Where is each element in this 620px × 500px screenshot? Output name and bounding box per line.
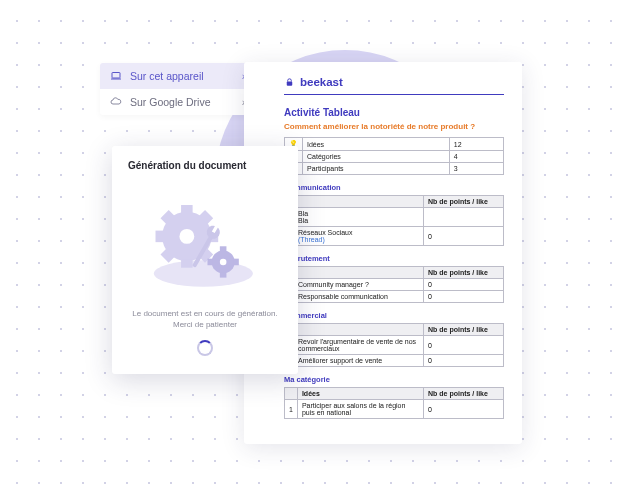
svg-line-12 xyxy=(165,253,171,259)
brand-underline xyxy=(284,94,504,95)
table-row: Community manager ?0 xyxy=(285,279,504,291)
svg-line-11 xyxy=(203,253,209,259)
brand-name: beekast xyxy=(300,76,343,88)
table-row: Nb de points / like xyxy=(285,196,504,208)
ideas-table: Nb de points / likeRevoir l'argumentaire… xyxy=(284,323,504,367)
table-row: Améliorer support de vente0 xyxy=(285,355,504,367)
table-row: Bla Bla xyxy=(285,208,504,227)
export-menu: Sur cet appareil › Sur Google Drive › xyxy=(100,63,255,115)
table-row: Revoir l'argumentaire de vente de nos co… xyxy=(285,336,504,355)
generating-modal: Génération du document xyxy=(112,146,298,374)
lock-icon xyxy=(284,77,295,88)
export-drive-label: Sur Google Drive xyxy=(130,96,211,108)
category-heading: Commercial xyxy=(284,311,504,320)
category-heading: Recrutement xyxy=(284,254,504,263)
table-row: 1Participer aux salons de la région puis… xyxy=(285,400,504,419)
brand-header: beekast xyxy=(284,76,504,88)
export-google-drive[interactable]: Sur Google Drive › xyxy=(100,89,255,115)
ideas-table: Nb de points / likeBla BlaRéseaux Sociau… xyxy=(284,195,504,246)
svg-line-10 xyxy=(165,214,171,220)
cloud-icon xyxy=(110,96,122,108)
activity-question: Comment améliorer la notoriété de notre … xyxy=(284,122,504,131)
activity-title: Activité Tableau xyxy=(284,107,504,118)
category-heading: Communication xyxy=(284,183,504,192)
table-row: Catégories4 xyxy=(285,151,504,163)
table-row: Nb de points / like xyxy=(285,324,504,336)
export-on-device[interactable]: Sur cet appareil › xyxy=(100,63,255,89)
svg-rect-1 xyxy=(111,79,121,80)
svg-rect-0 xyxy=(112,73,120,79)
ideas-table: IdéesNb de points / like1Participer aux … xyxy=(284,387,504,419)
table-row: Réseaux Sociaux(Thread)0 xyxy=(285,227,504,246)
table-row: Participants3 xyxy=(285,163,504,175)
table-row: 💡Idées12 xyxy=(285,138,504,151)
thread-link[interactable]: (Thread) xyxy=(298,236,419,243)
export-device-label: Sur cet appareil xyxy=(130,70,204,82)
svg-rect-2 xyxy=(287,81,293,85)
table-row: IdéesNb de points / like xyxy=(285,388,504,400)
svg-point-15 xyxy=(220,258,227,265)
svg-point-5 xyxy=(179,229,194,244)
table-row: Nb de points / like xyxy=(285,267,504,279)
summary-table: 💡Idées12 Catégories4 Participants3 xyxy=(284,137,504,175)
ideas-table: Nb de points / likeCommunity manager ?0R… xyxy=(284,266,504,303)
category-heading: Ma catégorie xyxy=(284,375,504,384)
spinner-icon xyxy=(197,340,213,356)
gear-illustration xyxy=(128,177,282,304)
table-row: Responsable communication0 xyxy=(285,291,504,303)
modal-title: Génération du document xyxy=(128,160,282,171)
laptop-icon xyxy=(110,70,122,82)
modal-message: Le document est en cours de génération. … xyxy=(128,308,282,330)
svg-line-13 xyxy=(203,214,209,220)
